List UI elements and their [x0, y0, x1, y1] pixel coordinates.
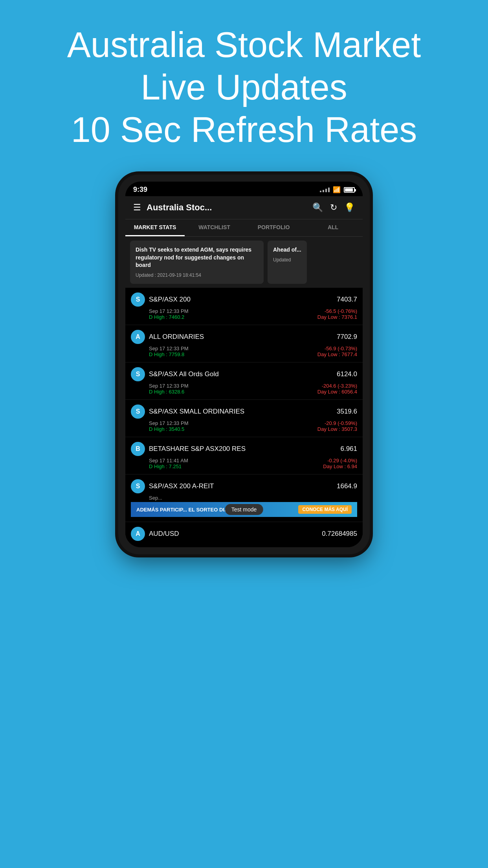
stock-low-5: Day Low : 6.94: [323, 463, 357, 469]
ad-cta-button[interactable]: CONOCE MÁS AQUÍ: [298, 505, 352, 514]
phone-screen: 9:39 📶 ☰ Australia Stoc.: [125, 182, 363, 547]
stock-change-2: -56.9 (-0.73%): [325, 346, 357, 351]
stock-name-3: S&P/ASX All Ords Gold: [149, 370, 219, 378]
stock-price-5: 6.961: [340, 445, 357, 453]
tab-watchlist[interactable]: WATCHLIST: [185, 219, 244, 236]
status-icons: 📶: [320, 186, 355, 193]
refresh-icon[interactable]: ↻: [328, 201, 339, 214]
tab-all[interactable]: ALL: [303, 219, 363, 236]
stock-date-5: Sep 17 11:41 AM: [149, 458, 188, 463]
stock-name-4: S&P/ASX SMALL ORDINARIES: [149, 408, 244, 416]
stock-avatar-3: S: [131, 367, 145, 381]
tab-bar: Market Stats WATCHLIST PORTFOLIO ALL: [125, 219, 363, 237]
stock-avatar-5: B: [131, 442, 145, 456]
stock-low-4: Day Low : 3507.3: [317, 426, 357, 432]
stock-item-6[interactable]: S S&P/ASX 200 A-REIT 1664.9 Sep... ADEMÁ…: [125, 474, 363, 522]
promo-line1: Australia Stock Market: [67, 25, 421, 64]
stock-item-3[interactable]: S S&P/ASX All Ords Gold 6124.0 Sep 17 12…: [125, 362, 363, 400]
stock-change-3: -204.6 (-3.23%): [322, 383, 357, 389]
stock-item-last[interactable]: A AUD/USD 0.72684985: [125, 522, 363, 547]
stock-high-1: D High : 7460.2: [149, 314, 184, 320]
stock-price-6: 1664.9: [337, 482, 357, 490]
stock-name-last: AUD/USD: [149, 530, 179, 538]
stock-date-2: Sep 17 12:33 PM: [149, 346, 188, 351]
search-icon[interactable]: 🔍: [311, 201, 325, 214]
news-title-2: Ahead of...: [273, 246, 301, 254]
promo-header: Australia Stock Market Live Updates 10 S…: [0, 0, 488, 167]
stock-avatar-last: A: [131, 527, 145, 541]
stock-name-2: ALL ORDINARIES: [149, 333, 204, 341]
stock-date-4: Sep 17 12:33 PM: [149, 420, 188, 426]
bulb-icon[interactable]: 💡: [343, 201, 356, 214]
hamburger-icon[interactable]: ☰: [132, 201, 143, 214]
tab-market-stats[interactable]: Market Stats: [125, 219, 185, 236]
tab-portfolio[interactable]: PORTFOLIO: [244, 219, 303, 236]
status-bar: 9:39 📶: [125, 182, 363, 196]
news-updated-1: Updated : 2021-09-19 18:41:54: [136, 272, 258, 278]
status-time: 9:39: [133, 186, 147, 194]
stock-item-1[interactable]: S S&P/ASX 200 7403.7 Sep 17 12:33 PM -56…: [125, 288, 363, 325]
stock-low-2: Day Low : 7677.4: [317, 351, 357, 357]
news-title-1: Dish TV seeks to extend AGM, says requir…: [136, 246, 258, 269]
stock-list: S S&P/ASX 200 7403.7 Sep 17 12:33 PM -56…: [125, 288, 363, 547]
stock-change-5: -0.29 (-4.0%): [327, 458, 357, 463]
stock-price-2: 7702.9: [337, 333, 357, 341]
promo-line2: Live Updates: [141, 68, 347, 107]
stock-avatar-4: S: [131, 405, 145, 419]
stock-price-3: 6124.0: [337, 370, 357, 378]
stock-price-1: 7403.7: [337, 296, 357, 303]
stock-high-4: D High : 3540.5: [149, 426, 184, 432]
stock-low-1: Day Low : 7376.1: [317, 314, 357, 320]
phone-device: 9:39 📶 ☰ Australia Stoc.: [118, 175, 370, 554]
stock-low-3: Day Low : 6056.4: [317, 389, 357, 395]
signal-icon: [320, 188, 330, 192]
news-updated-2: Updated: [273, 257, 301, 263]
stock-name-1: S&P/ASX 200: [149, 296, 191, 303]
test-mode-badge: Test mode: [225, 504, 263, 515]
stock-name-6: S&P/ASX 200 A-REIT: [149, 482, 214, 490]
stock-date-1: Sep 17 12:33 PM: [149, 308, 188, 314]
stock-price-last: 0.72684985: [322, 530, 357, 538]
battery-icon: [344, 187, 355, 193]
app-title: Australia Stoc...: [147, 202, 307, 213]
stock-high-3: D High : 6328.6: [149, 389, 184, 395]
promo-line3: 10 Sec Refresh Rates: [71, 110, 417, 149]
stock-date-3: Sep 17 12:33 PM: [149, 383, 188, 389]
news-card-2[interactable]: Ahead of... Updated: [268, 241, 307, 284]
stock-change-4: -20.9 (-0.59%): [325, 420, 357, 426]
ad-banner[interactable]: ADEMÁS PARTICIP... EL SORTEO DIARIO... T…: [131, 502, 357, 517]
stock-item-5[interactable]: B BETASHARE S&P ASX200 RES 6.961 Sep 17 …: [125, 437, 363, 474]
stock-price-4: 3519.6: [337, 408, 357, 416]
stock-item-4[interactable]: S S&P/ASX SMALL ORDINARIES 3519.6 Sep 17…: [125, 400, 363, 437]
stock-high-5: D High : 7.251: [149, 463, 182, 469]
stock-name-5: BETASHARE S&P ASX200 RES: [149, 445, 246, 453]
stock-high-2: D High : 7759.8: [149, 351, 184, 357]
stock-change-1: -56.5 (-0.76%): [325, 308, 357, 314]
stock-avatar-1: S: [131, 292, 145, 307]
stock-item-2[interactable]: A ALL ORDINARIES 7702.9 Sep 17 12:33 PM …: [125, 325, 363, 362]
app-bar: ☰ Australia Stoc... 🔍 ↻ 💡: [125, 196, 363, 219]
phone-wrapper: 9:39 📶 ☰ Australia Stoc.: [0, 175, 488, 554]
stock-avatar-6: S: [131, 479, 145, 493]
stock-avatar-2: A: [131, 330, 145, 344]
news-card-1[interactable]: Dish TV seeks to extend AGM, says requir…: [130, 241, 264, 284]
news-row: Dish TV seeks to extend AGM, says requir…: [125, 237, 363, 288]
stock-date-6: Sep...: [149, 495, 162, 502]
wifi-icon: 📶: [333, 186, 341, 193]
